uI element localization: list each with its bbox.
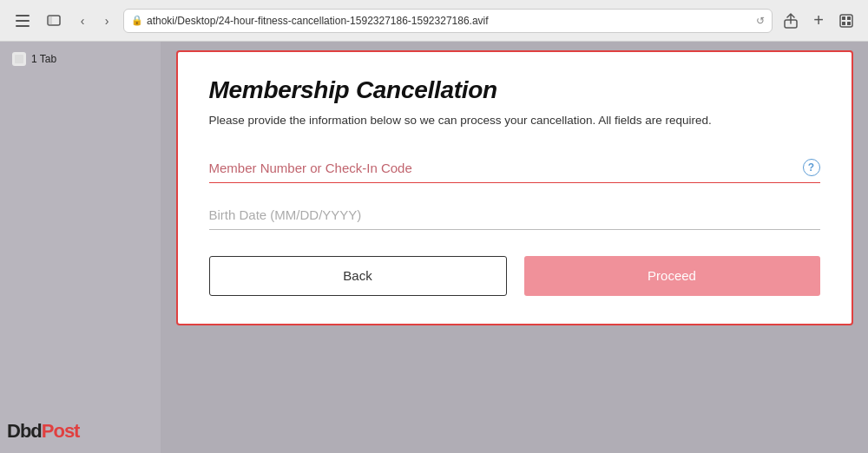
- lock-icon: 🔒: [131, 15, 143, 26]
- sidebar-tab-item[interactable]: 1 Tab: [7, 49, 154, 69]
- back-nav-button[interactable]: ‹: [73, 11, 92, 30]
- tab-favicon-icon: [12, 52, 26, 66]
- card-title: Membership Cancellation: [209, 76, 820, 104]
- svg-rect-2: [16, 25, 30, 27]
- button-row: Back Proceed: [209, 256, 820, 296]
- svg-rect-9: [842, 22, 845, 25]
- svg-rect-11: [15, 55, 23, 63]
- add-tab-icon[interactable]: +: [807, 10, 830, 32]
- share-icon[interactable]: [779, 10, 802, 32]
- tabs-overview-icon[interactable]: [835, 10, 858, 32]
- watermark-post-text: Post: [42, 420, 80, 443]
- birth-date-group: [209, 200, 820, 230]
- forward-nav-button[interactable]: ›: [97, 11, 116, 30]
- svg-rect-10: [847, 22, 851, 25]
- birth-date-input[interactable]: [209, 200, 820, 230]
- svg-rect-1: [16, 20, 30, 22]
- cancellation-card: Membership Cancellation Please provide t…: [176, 50, 853, 325]
- url-text: athoki/Desktop/24-hour-fitness-cancellat…: [147, 15, 753, 27]
- nav-controls: ‹ ›: [73, 11, 116, 30]
- svg-rect-6: [840, 15, 852, 27]
- help-icon[interactable]: ?: [803, 159, 820, 176]
- sidebar-tab-label: 1 Tab: [31, 53, 56, 65]
- svg-rect-8: [847, 16, 851, 20]
- svg-rect-0: [16, 15, 30, 16]
- svg-rect-4: [48, 16, 52, 25]
- member-number-group: ?: [209, 154, 820, 183]
- reload-icon[interactable]: ↺: [756, 15, 765, 27]
- browser-chrome: ‹ › 🔒 athoki/Desktop/24-hour-fitness-can…: [0, 0, 868, 42]
- proceed-button[interactable]: Proceed: [524, 256, 820, 296]
- main-content-area: Membership Cancellation Please provide t…: [161, 42, 868, 453]
- new-tab-icon[interactable]: [42, 9, 66, 33]
- back-button[interactable]: Back: [209, 256, 507, 296]
- sidebar: 1 Tab: [0, 42, 161, 453]
- sidebar-toggle-icon[interactable]: [10, 9, 35, 33]
- card-subtitle: Please provide the information below so …: [209, 113, 820, 129]
- svg-rect-7: [842, 16, 845, 20]
- address-bar[interactable]: 🔒 athoki/Desktop/24-hour-fitness-cancell…: [123, 9, 773, 33]
- member-number-input[interactable]: [209, 154, 820, 183]
- watermark-dbd-text: Dbd: [7, 420, 42, 443]
- watermark: Dbd Post: [0, 417, 86, 446]
- browser-actions: +: [779, 10, 858, 32]
